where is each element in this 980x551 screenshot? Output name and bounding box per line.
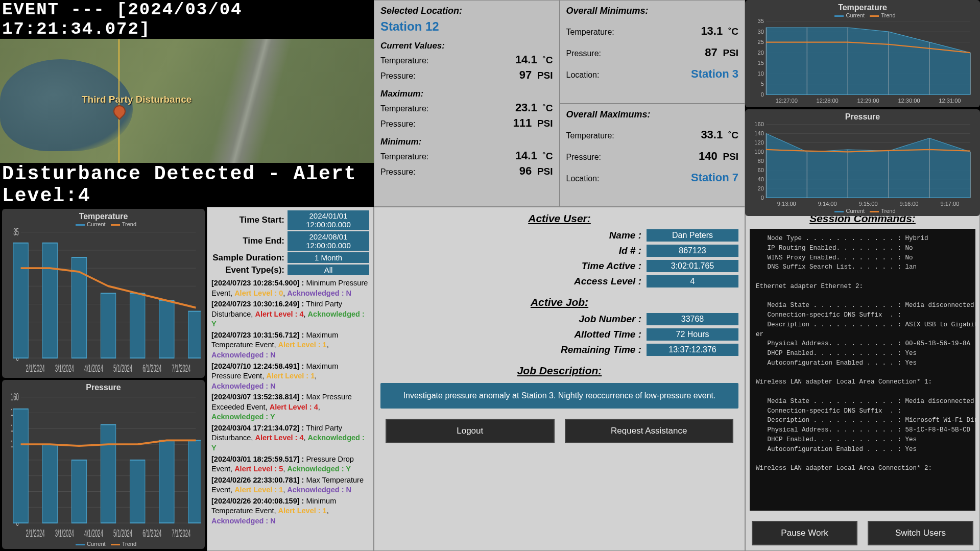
sel-press-unit: PSI bbox=[537, 70, 553, 81]
svg-text:9:16:00: 9:16:00 bbox=[900, 200, 919, 206]
ovmax-press: 140 bbox=[699, 150, 718, 162]
svg-rect-115 bbox=[130, 460, 145, 523]
filter-dur-value[interactable]: 1 Month bbox=[288, 252, 369, 263]
svg-text:12:27:00: 12:27:00 bbox=[776, 98, 798, 104]
sel-temp-unit: ˚C bbox=[542, 55, 553, 65]
svg-text:6/1/2024: 6/1/2024 bbox=[142, 528, 161, 539]
selected-location-title: Selected Location: bbox=[380, 6, 553, 16]
svg-text:7/1/2024: 7/1/2024 bbox=[172, 528, 190, 539]
log-item[interactable]: [2024/02/26 22:33:00.781] : Max Temperat… bbox=[211, 475, 369, 495]
chart-temp-tr: TemperatureCurrentTrend0510152025303512:… bbox=[745, 0, 980, 107]
user-job-pane: Active User: Name :Dan Peters Id # :8671… bbox=[374, 207, 745, 551]
active-user-header: Active User: bbox=[380, 212, 738, 225]
svg-text:80: 80 bbox=[758, 157, 764, 163]
svg-text:2/1/2024: 2/1/2024 bbox=[26, 528, 45, 539]
current-values-header: Current Values: bbox=[380, 41, 553, 51]
svg-text:2/1/2024: 2/1/2024 bbox=[26, 363, 45, 374]
log-item[interactable]: [2024/03/07 13:52:38.814] : Max Pressure… bbox=[211, 392, 369, 422]
svg-text:0: 0 bbox=[761, 194, 764, 200]
svg-rect-83 bbox=[101, 293, 115, 358]
log-item[interactable]: [2024/02/26 20:40:08.159] : Minimum Temp… bbox=[211, 496, 369, 526]
sel-max-temp: 23.1 bbox=[515, 101, 537, 114]
sel-min-temp: 14.1 bbox=[515, 149, 537, 162]
ovmin-location: Station 3 bbox=[691, 67, 738, 81]
svg-text:60: 60 bbox=[758, 166, 764, 173]
job-number-value: 33768 bbox=[647, 313, 738, 325]
session-commands-pane: Session Commands: Node Type . . . . . . … bbox=[745, 207, 980, 551]
sel-temp-label: Temperature: bbox=[380, 56, 428, 65]
chart-title: Pressure bbox=[6, 383, 201, 392]
overall-min-box: Overall Minimums: Temperature:13.1 ˚C Pr… bbox=[560, 0, 746, 104]
logout-button[interactable]: Logout bbox=[386, 419, 555, 443]
ovmin-temp: 13.1 bbox=[701, 25, 723, 37]
terminal-output[interactable]: Node Type . . . . . . . . . . . . : Hybr… bbox=[750, 229, 975, 511]
svg-rect-112 bbox=[42, 444, 57, 523]
sel-max-header: Maximum: bbox=[380, 89, 553, 99]
log-item[interactable]: [2024/07/23 10:30:16.249] : Third Party … bbox=[211, 299, 369, 329]
user-time-value: 3:02:01.765 bbox=[647, 260, 738, 272]
charts-top-right: TemperatureCurrentTrend0510152025303512:… bbox=[745, 0, 980, 207]
log-item[interactable]: [2024/07/10 12:24:58.491] : Maximum Pres… bbox=[211, 362, 369, 392]
svg-text:3/1/2024: 3/1/2024 bbox=[55, 363, 74, 374]
alert-banner: Disturbance Detected - Alert Level:4 bbox=[0, 163, 374, 207]
ovmax-location: Station 7 bbox=[691, 171, 738, 184]
svg-text:140: 140 bbox=[754, 130, 764, 136]
sel-temp-value: 14.1 bbox=[515, 53, 537, 66]
user-name-label: Name : bbox=[380, 230, 647, 241]
user-name-value: Dan Peters bbox=[647, 229, 738, 242]
svg-rect-86 bbox=[188, 312, 201, 358]
chart-legend: CurrentTrend bbox=[6, 221, 201, 227]
user-id-value: 867123 bbox=[647, 245, 738, 257]
svg-text:12:30:00: 12:30:00 bbox=[898, 98, 920, 104]
svg-text:5: 5 bbox=[761, 81, 764, 87]
svg-marker-51 bbox=[766, 133, 970, 198]
map-water bbox=[0, 59, 133, 151]
log-item[interactable]: [2024/03/01 18:25:59.517] : Pressure Dro… bbox=[211, 454, 369, 474]
user-access-value: 4 bbox=[647, 275, 738, 288]
log-item[interactable]: [2024/07/23 10:28:54.900] : Minimum Pres… bbox=[211, 278, 369, 298]
sel-press-value: 97 bbox=[519, 68, 532, 81]
ovmax-temp: 33.1 bbox=[701, 128, 723, 141]
request-assistance-button[interactable]: Request Assistance bbox=[565, 419, 734, 443]
map-view[interactable]: Third Party Disturbance bbox=[0, 39, 374, 163]
job-desc-header: Job Description: bbox=[380, 365, 738, 377]
svg-text:15: 15 bbox=[758, 60, 764, 66]
job-remain-label: Remaining Time : bbox=[380, 344, 647, 355]
svg-rect-116 bbox=[159, 440, 174, 523]
svg-text:20: 20 bbox=[758, 49, 764, 55]
user-access-label: Access Level : bbox=[380, 276, 647, 287]
svg-text:20: 20 bbox=[758, 185, 764, 191]
log-item[interactable]: [2024/03/04 17:21:34.072] : Third Party … bbox=[211, 423, 369, 453]
selected-station: Station 12 bbox=[380, 19, 553, 34]
map-road bbox=[208, 39, 292, 163]
user-id-label: Id # : bbox=[380, 245, 647, 256]
active-job-header: Active Job: bbox=[380, 296, 738, 308]
svg-text:35: 35 bbox=[758, 18, 764, 24]
chart-press-bl: Pressure0204060801001201401602/1/20243/1… bbox=[2, 380, 205, 549]
svg-text:160: 160 bbox=[754, 122, 764, 127]
svg-rect-114 bbox=[101, 425, 115, 523]
log-item[interactable]: [2024/07/23 10:31:56.712] : Maximum Temp… bbox=[211, 330, 369, 361]
ovmin-press: 87 bbox=[705, 46, 717, 59]
filter-end-value[interactable]: 2024/08/01 12:00:00.000 bbox=[288, 231, 369, 251]
switch-users-button[interactable]: Switch Users bbox=[868, 521, 973, 545]
svg-marker-21 bbox=[766, 28, 970, 94]
filter-start-value[interactable]: 2024/01/01 12:00:00.000 bbox=[288, 210, 369, 230]
svg-text:4/1/2024: 4/1/2024 bbox=[84, 528, 103, 539]
filter-dur-label: Sample Duration: bbox=[212, 253, 284, 263]
charts-bottom-left: TemperatureCurrentTrend051015202530352/1… bbox=[0, 207, 207, 551]
svg-text:100: 100 bbox=[754, 148, 764, 154]
chart-title: Pressure bbox=[749, 112, 976, 122]
log-list[interactable]: [2024/07/23 10:28:54.900] : Minimum Pres… bbox=[211, 278, 369, 528]
svg-text:9:17:00: 9:17:00 bbox=[940, 200, 959, 206]
svg-text:9:13:00: 9:13:00 bbox=[777, 200, 796, 206]
svg-text:160: 160 bbox=[11, 392, 19, 402]
filter-type-value[interactable]: All bbox=[288, 265, 369, 275]
filter-start-label: Time Start: bbox=[240, 215, 285, 225]
svg-text:4/1/2024: 4/1/2024 bbox=[84, 363, 103, 374]
overall-max-title: Overall Maximums: bbox=[566, 109, 739, 120]
svg-text:7/1/2024: 7/1/2024 bbox=[172, 363, 190, 374]
svg-rect-111 bbox=[13, 409, 28, 523]
job-allot-label: Allotted Time : bbox=[380, 329, 647, 340]
pause-work-button[interactable]: Pause Work bbox=[752, 521, 857, 545]
